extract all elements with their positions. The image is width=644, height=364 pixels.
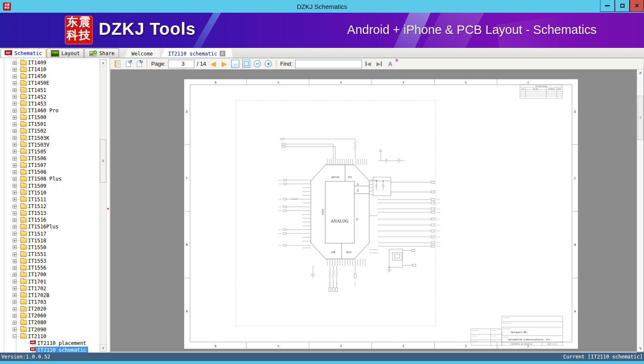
expand-icon[interactable]: + [13, 239, 17, 242]
tree-folder-item[interactable]: +IT1510 [0, 189, 99, 196]
fit-width-button[interactable]: ↔ [231, 59, 240, 69]
tree-folder-item[interactable]: +IT1507 [0, 162, 99, 169]
match-case-button[interactable]: Aa [386, 59, 395, 69]
zoom-out-button[interactable]: − [253, 59, 262, 69]
tree-folder-item[interactable]: +IT1505 [0, 148, 99, 155]
expand-icon[interactable]: + [13, 191, 17, 195]
tree-folder-item[interactable]: +IT1500 [0, 114, 99, 121]
page-input[interactable] [168, 60, 194, 68]
prev-page-button[interactable]: ◀ [209, 59, 218, 69]
find-input[interactable] [295, 60, 362, 68]
tree-folder-item[interactable]: +IT1517 [0, 231, 99, 237]
splitter-collapse-arrow[interactable]: ► [107, 207, 110, 211]
expand-icon[interactable]: + [13, 232, 17, 236]
tab-schematic[interactable]: PDF Schematic [0, 48, 46, 58]
tab-layout[interactable]: PADS Layout [47, 48, 84, 58]
tree-folder-item[interactable]: +IT1502 [0, 128, 99, 134]
tree-folder-item[interactable]: +IT1701 [0, 278, 99, 285]
tree-folder-item[interactable]: +IT1703 [0, 299, 99, 306]
expand-icon[interactable]: + [13, 266, 17, 270]
tree-folder-item[interactable]: +IT1451 [0, 87, 99, 94]
expand-icon[interactable]: + [13, 205, 17, 208]
tree-folder-item[interactable]: +IT1551 [0, 251, 99, 258]
expand-icon[interactable]: + [13, 122, 17, 126]
tree-folder-item[interactable]: +IT1501 [0, 121, 99, 128]
scroll-down-button[interactable]: ∨ [100, 345, 106, 351]
expand-icon[interactable]: + [13, 225, 17, 229]
zoom-in-button[interactable]: + [264, 59, 273, 69]
expand-icon[interactable]: + [13, 102, 17, 106]
expand-icon[interactable]: + [13, 95, 17, 99]
find-previous-button[interactable]: ◀ [364, 59, 373, 69]
snapshot-button[interactable] [113, 59, 122, 69]
tree-folder-item[interactable]: +IT1508 Plus [0, 175, 99, 182]
tree-folder-item[interactable]: +IT1518 [0, 237, 99, 244]
tree-folder-item[interactable]: +IT1700 [0, 271, 99, 278]
tree-folder-item[interactable]: +IT1511 [0, 196, 99, 203]
viewer-scrollbar[interactable]: ∧ ∨ [637, 69, 644, 352]
expand-icon[interactable]: + [13, 328, 17, 331]
expand-icon[interactable]: + [13, 259, 17, 263]
tree-folder-item[interactable]: +IT2020 [0, 306, 99, 312]
tree-folder-item[interactable]: +IT1512 [0, 203, 99, 210]
doc-tab-it2110-schematic[interactable]: IT2110 schematic ✕ [160, 48, 233, 58]
expand-icon[interactable]: + [13, 245, 17, 249]
tree-doc-item[interactable]: PDFIT2110 placement [0, 340, 99, 347]
expand-icon[interactable]: + [13, 157, 17, 161]
expand-icon[interactable]: + [13, 253, 17, 256]
rotate-left-button[interactable]: ↺ [124, 59, 133, 69]
expand-icon[interactable]: + [13, 273, 17, 277]
tree-folder-item[interactable]: +IT1453 [0, 100, 99, 107]
tree-folder-item[interactable]: +IT1513 [0, 210, 99, 217]
expand-icon[interactable]: + [13, 184, 17, 188]
expand-icon[interactable]: + [13, 286, 17, 290]
expand-icon[interactable]: + [13, 150, 17, 153]
tree-folder-item[interactable]: +IT1508 [0, 169, 99, 175]
tree-folder-item[interactable]: +IT1450E [0, 80, 99, 86]
scroll-up-button[interactable]: ∧ [100, 60, 106, 67]
close-tab-icon[interactable]: ✕ [220, 51, 225, 56]
expand-icon[interactable]: + [13, 68, 17, 72]
minimize-button[interactable] [600, 0, 615, 12]
next-page-button[interactable]: ▶ [220, 59, 229, 69]
tree-folder-item[interactable]: +IT1516 [0, 217, 99, 223]
tree-folder-item[interactable]: +IT2090 [0, 326, 99, 333]
tree-scrollbar[interactable]: ∧ ∨ [100, 59, 107, 352]
expand-icon[interactable]: + [13, 170, 17, 174]
fit-page-button[interactable] [242, 59, 251, 69]
expand-icon[interactable]: + [13, 177, 17, 181]
tree-folder-item[interactable]: +IT1550 [0, 244, 99, 251]
expand-icon[interactable]: + [13, 129, 17, 133]
find-next-button[interactable]: ▶ [375, 59, 384, 69]
expand-icon[interactable]: + [13, 314, 17, 318]
tree-folder-item[interactable]: +IT1509 [0, 183, 99, 189]
tree-folder-item[interactable]: +IT1503V [0, 142, 99, 148]
expand-icon[interactable]: + [13, 293, 17, 297]
expand-icon[interactable]: + [13, 75, 17, 78]
viewer-scroll-down-button[interactable]: ∨ [637, 345, 644, 352]
expand-icon[interactable]: + [13, 280, 17, 283]
doc-tab-welcome[interactable]: Welcome [124, 48, 161, 58]
expand-icon[interactable]: + [13, 211, 17, 215]
expand-icon[interactable]: + [13, 81, 17, 85]
tab-share[interactable]: + Share [84, 48, 119, 58]
tree-folder-item[interactable]: +IT1702B [0, 292, 99, 299]
expand-icon[interactable]: + [13, 164, 17, 167]
scroll-thumb[interactable] [100, 139, 106, 183]
expand-icon[interactable]: − [13, 334, 17, 338]
viewer-scroll-up-button[interactable]: ∧ [637, 69, 644, 76]
viewer-scroll-thumb[interactable] [638, 96, 643, 140]
rotate-right-button[interactable]: ↻ [135, 59, 144, 69]
tree-folder-item[interactable]: +IT1516Plus [0, 223, 99, 230]
tree-folder-item[interactable]: +IT1450 [0, 73, 99, 80]
tree-folder-item[interactable]: +IT2080 [0, 319, 99, 326]
tree-folder-item[interactable]: +IT1409 [0, 59, 99, 66]
expand-icon[interactable]: + [13, 116, 17, 119]
tree-folder-item[interactable]: −IT2110 [0, 333, 99, 340]
expand-icon[interactable]: + [13, 300, 17, 304]
expand-icon[interactable]: + [13, 88, 17, 92]
tree-folder-item[interactable]: +IT1506 [0, 155, 99, 162]
expand-icon[interactable]: + [13, 61, 17, 65]
expand-icon[interactable]: + [13, 218, 17, 222]
expand-icon[interactable]: + [13, 143, 17, 147]
